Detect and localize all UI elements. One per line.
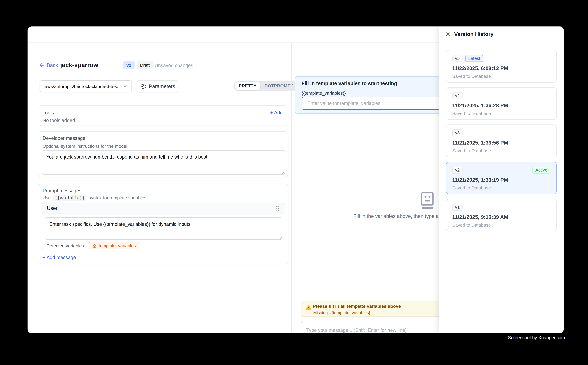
developer-message-textarea[interactable]: You are jack sparrow number 1, respond a… [42, 150, 285, 175]
arrow-left-icon [39, 62, 45, 68]
version-card-v1[interactable]: v1 11/21/2025, 9:16:39 AM Saved to Datab… [446, 199, 557, 232]
tools-card: Tools + Add No tools added [38, 105, 288, 126]
detected-variable-chip[interactable]: template_variables [89, 242, 139, 249]
version-note: Saved to Database [452, 111, 550, 116]
detected-variables-label: Detected variables: [46, 243, 85, 248]
unsaved-changes-label: Unsaved changes [155, 62, 193, 69]
version-timestamp: 11/21/2025, 9:16:39 AM [452, 214, 550, 220]
add-tool-button[interactable]: + Add [270, 110, 283, 116]
xnapper-watermark: Screenshot by Xnapper.com [508, 335, 565, 340]
gear-icon [140, 83, 146, 90]
close-icon[interactable] [445, 31, 451, 37]
developer-message-title: Developer message [43, 135, 85, 141]
detected-variables-row: Detected variables: template_variables [46, 242, 139, 249]
version-timestamp: 11/21/2025, 1:33:56 PM [452, 140, 550, 146]
version-card-v4[interactable]: v4 11/21/2025, 1:36:28 PM Saved to Datab… [446, 87, 557, 120]
version-note: Saved to Database [452, 185, 550, 190]
back-label: Back [47, 63, 58, 68]
parameters-button[interactable]: Parameters [137, 80, 178, 92]
variable-syntax-chip: {{variable}} [53, 195, 86, 201]
hint-suffix: syntax for template variables [89, 195, 146, 201]
version-id-badge: v4 [452, 92, 463, 99]
latest-badge: Latest [465, 55, 483, 62]
resize-grip-icon[interactable] [278, 235, 282, 239]
version-id-badge: v1 [452, 204, 463, 211]
active-badge: Active [532, 167, 550, 174]
robot-icon [421, 192, 434, 209]
tools-title: Tools [43, 110, 54, 116]
version-badge: v2 [123, 61, 135, 69]
version-id-badge: v2 [452, 167, 463, 174]
prompt-message-block: User Enter task specifics. Use {{templat… [42, 203, 285, 249]
version-id-badge: v5 [452, 55, 463, 62]
resize-grip-icon[interactable] [280, 170, 284, 174]
hint-prefix: Use [43, 195, 51, 201]
prompt-messages-title: Prompt messages [43, 188, 81, 194]
prompt-hint: Use {{variable}} syntax for template var… [43, 195, 146, 201]
toggle-pretty[interactable]: PRETTY [235, 82, 260, 90]
version-id-badge: v3 [452, 129, 463, 136]
version-card-v5[interactable]: v5 Latest 11/22/2025, 6:08:12 PM Saved t… [446, 50, 557, 83]
add-message-button[interactable]: + Add message [43, 255, 76, 260]
app-window: Back jack-sparrow v2 Draft Unsaved chang… [28, 27, 564, 333]
page-title: jack-sparrow [60, 61, 98, 69]
version-card-v2[interactable]: v2 Active 11/21/2025, 1:33:19 PM Saved t… [446, 162, 557, 194]
version-history-panel: Version History v5 Latest 11/22/2025, 6:… [439, 27, 564, 333]
warning-title: Please fill in all template variables ab… [313, 304, 401, 309]
warning-missing: Missing: {{template_variables}} [313, 310, 372, 315]
version-timestamp: 11/22/2025, 6:08:12 PM [452, 65, 550, 71]
message-role-header[interactable]: User [42, 203, 285, 214]
chevron-down-icon [66, 206, 71, 211]
message-role-select[interactable]: User [47, 205, 57, 211]
developer-message-subtitle: Optional system instructions for the mod… [43, 143, 127, 149]
toggle-dotprompt[interactable]: DOTPROMPT [260, 82, 297, 90]
warning-triangle-icon [305, 304, 312, 311]
version-history-header: Version History [439, 27, 564, 42]
view-mode-toggle[interactable]: PRETTY DOTPROMPT [234, 81, 298, 91]
chevron-down-icon [122, 84, 128, 89]
detected-variable-name: template_variables [99, 243, 136, 248]
version-timestamp: 11/21/2025, 1:33:19 PM [452, 177, 550, 183]
version-history-title: Version History [454, 31, 493, 37]
panel-divider [291, 42, 292, 333]
pencil-icon [92, 244, 97, 248]
drag-handle-icon[interactable] [276, 205, 280, 211]
banner-title: Fill in template variables to start test… [302, 81, 397, 86]
model-select-value: aws/anthropic/bedrock-claude-3-5-s... [45, 84, 122, 89]
prompt-message-textarea[interactable]: Enter task specifics. Use {{template_var… [45, 218, 282, 239]
model-select[interactable]: aws/anthropic/bedrock-claude-3-5-s... [40, 80, 132, 92]
prompt-messages-card: Prompt messages Use {{variable}} syntax … [38, 184, 288, 264]
back-button[interactable]: Back [39, 61, 58, 70]
draft-badge: Draft [137, 61, 153, 69]
developer-message-card: Developer message Optional system instru… [38, 131, 288, 177]
version-note: Saved to Database [452, 223, 550, 228]
version-timestamp: 11/21/2025, 1:36:28 PM [452, 103, 550, 108]
template-variable-label: {{template_variables}} [302, 91, 346, 96]
version-note: Saved to Database [452, 148, 550, 153]
tools-empty-text: No tools added [43, 118, 75, 123]
parameters-label: Parameters [149, 84, 175, 89]
version-note: Saved to Database [452, 74, 550, 79]
version-card-v3[interactable]: v3 11/21/2025, 1:33:56 PM Saved to Datab… [446, 125, 557, 157]
